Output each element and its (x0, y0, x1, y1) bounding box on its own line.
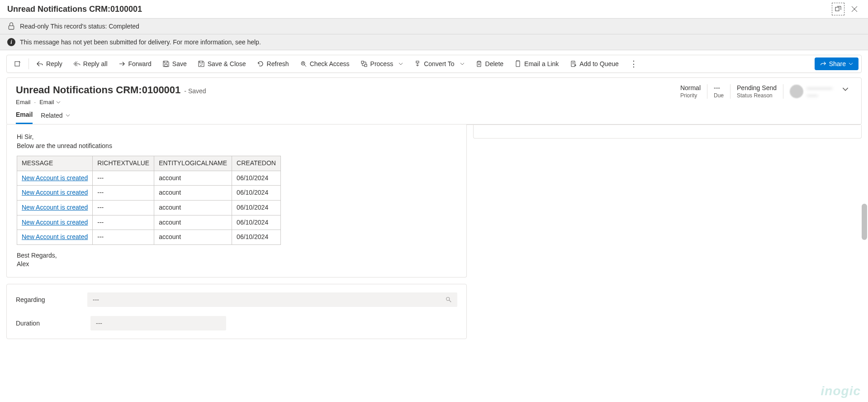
svg-rect-7 (416, 61, 419, 63)
table-row: New Account is created---account06/10/20… (17, 215, 281, 230)
queue-icon (569, 60, 577, 67)
email-link-button[interactable]: Email a Link (510, 57, 563, 70)
notification-link[interactable]: New Account is created (22, 189, 88, 196)
new-activity-button[interactable] (9, 57, 26, 70)
lock-icon (7, 22, 15, 30)
check-access-icon (300, 60, 307, 67)
duration-input[interactable]: --- (90, 316, 226, 330)
add-queue-button[interactable]: Add to Queue (565, 57, 623, 70)
notification-link[interactable]: New Account is created (22, 204, 88, 211)
process-icon (360, 60, 368, 67)
col-created: CREATEDON (232, 156, 281, 171)
save-button[interactable]: Save (158, 57, 191, 70)
info-icon: i (7, 38, 15, 46)
delivery-infobar: i This message has not yet been submitte… (0, 34, 868, 50)
reply-all-button[interactable]: Reply all (69, 57, 112, 70)
refresh-icon (257, 60, 264, 67)
readonly-text: Read-only This record's status: Complete… (20, 23, 139, 30)
overflow-menu[interactable]: ⋮ (625, 57, 642, 71)
greeting: Hi Sir, (17, 133, 456, 142)
form-selector[interactable]: Email (39, 99, 61, 105)
owner-sub: —— (807, 92, 832, 99)
readonly-infobar: Read-only This record's status: Complete… (0, 18, 868, 34)
save-close-button[interactable]: Save & Close (193, 57, 251, 70)
table-row: New Account is created---account06/10/20… (17, 171, 281, 186)
avatar (790, 85, 803, 98)
chevron-down-icon (460, 62, 465, 66)
tab-email[interactable]: Email (16, 111, 33, 124)
chevron-down-icon (56, 100, 61, 105)
popout-button[interactable] (832, 3, 844, 15)
regards-line2: Alex (17, 260, 456, 269)
reply-icon (36, 60, 43, 67)
svg-rect-0 (835, 7, 839, 11)
email-body: Hi Sir, Below are the unread notificatio… (6, 124, 467, 278)
status-value: Pending Send (737, 84, 777, 91)
col-entity: ENTITYLOGICALNAME (154, 156, 232, 171)
forward-icon (119, 60, 126, 67)
header-expand[interactable] (839, 84, 852, 96)
duration-label: Duration (16, 320, 90, 327)
due-label: Due (714, 92, 724, 99)
close-icon (851, 6, 858, 12)
entity-label: Email (16, 99, 31, 105)
owner-block[interactable]: ———— —— (790, 84, 832, 99)
new-icon (14, 60, 21, 67)
notification-link[interactable]: New Account is created (22, 219, 88, 226)
save-close-icon (198, 60, 205, 67)
command-bar: Reply Reply all Forward Save Save & Clos… (6, 55, 862, 73)
chevron-down-icon (66, 113, 70, 118)
process-button[interactable]: Process (356, 57, 408, 70)
side-panel (473, 125, 862, 139)
chevron-down-icon (842, 86, 849, 92)
form-container: Unread Notifications CRM:0100001 - Saved… (6, 77, 862, 125)
notifications-table: MESSAGE RICHTEXTVALUE ENTITYLOGICALNAME … (17, 156, 281, 245)
close-button[interactable] (848, 3, 861, 15)
forward-button[interactable]: Forward (114, 57, 156, 70)
notification-link[interactable]: New Account is created (22, 174, 88, 182)
status-label: Status Reason (737, 92, 777, 99)
svg-point-4 (302, 62, 303, 63)
window-title: Unread Notifications CRM:0100001 (7, 5, 142, 14)
record-title: Unread Notifications CRM:0100001 (16, 84, 180, 96)
regards-line1: Best Regards, (17, 251, 456, 260)
tab-related[interactable]: Related (41, 111, 70, 124)
refresh-button[interactable]: Refresh (252, 57, 294, 70)
share-button[interactable]: Share (815, 57, 859, 70)
table-row: New Account is created---account06/10/20… (17, 200, 281, 215)
col-message: MESSAGE (17, 156, 93, 171)
share-icon (820, 61, 826, 67)
priority-label: Priority (680, 92, 701, 99)
svg-rect-5 (361, 61, 364, 63)
tabs: Email Related (7, 105, 861, 124)
regarding-label: Regarding (16, 296, 87, 303)
convert-icon (414, 60, 421, 67)
titlebar: Unread Notifications CRM:0100001 (0, 0, 868, 18)
email-link-icon (514, 60, 522, 67)
priority-value: Normal (680, 84, 701, 91)
owner-name: ———— (807, 84, 832, 91)
table-row: New Account is created---account06/10/20… (17, 186, 281, 201)
trash-icon (475, 60, 483, 67)
svg-rect-2 (15, 62, 19, 66)
chevron-down-icon (398, 62, 403, 66)
check-access-button[interactable]: Check Access (295, 57, 354, 70)
saved-status: - Saved (184, 87, 206, 95)
search-icon (446, 297, 452, 303)
regarding-input[interactable]: --- (87, 292, 457, 307)
scrollbar[interactable] (862, 204, 867, 240)
col-richtext: RICHTEXTVALUE (93, 156, 154, 171)
chevron-down-icon (849, 62, 853, 66)
notification-link[interactable]: New Account is created (22, 233, 88, 240)
popout-icon (835, 5, 842, 13)
delete-button[interactable]: Delete (471, 57, 508, 70)
reply-all-icon (73, 60, 81, 67)
intro: Below are the unread notifications (17, 142, 456, 151)
reply-button[interactable]: Reply (32, 57, 67, 70)
fields-section: Regarding --- Duration --- (6, 284, 467, 339)
due-value: --- (714, 84, 724, 91)
svg-rect-1 (9, 26, 14, 29)
delivery-text: This message has not yet been submitted … (20, 38, 261, 46)
table-row: New Account is created---account06/10/20… (17, 230, 281, 245)
convert-to-button[interactable]: Convert To (409, 57, 469, 70)
